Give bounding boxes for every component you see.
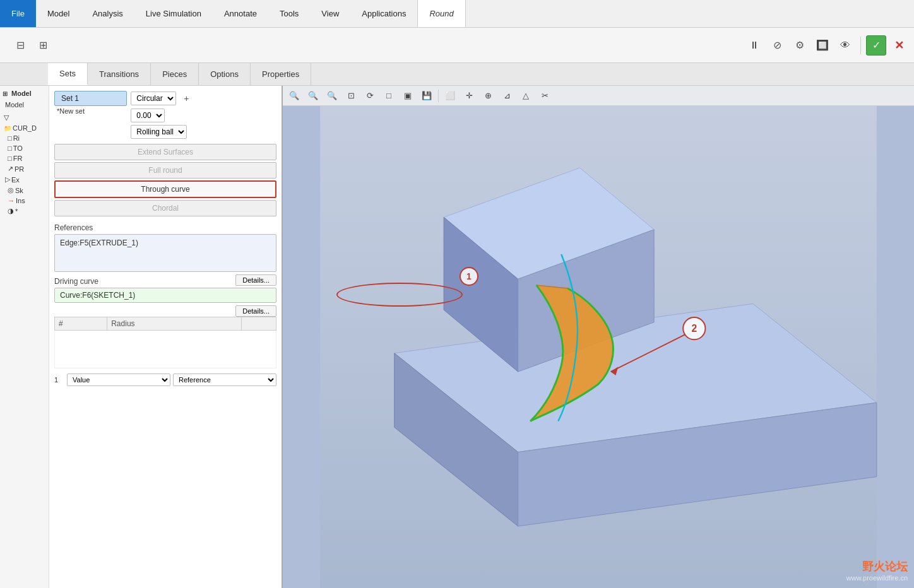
cancel-button[interactable]: ✕	[889, 35, 909, 56]
main-layout: ⊞ Model Model ▽ 📁 CUR_D □Ri □TO □FR ↗PR	[0, 86, 914, 588]
viewport-toolbar: 🔍 🔍 🔍 ⊡ ⟳ □ ▣ 💾 ⬜ ✛ ⊕ ⊿ △ ✂	[283, 86, 914, 106]
tree-item-ri[interactable]: □Ri	[3, 133, 46, 143]
col-hash: #	[55, 317, 107, 331]
chordal-button[interactable]: Chordal	[54, 200, 276, 216]
rolling-ball-select[interactable]: Rolling ball	[131, 125, 187, 139]
tab-transitions[interactable]: Transitions	[88, 63, 151, 85]
vp-saved-orient[interactable]: ⊡	[342, 88, 360, 104]
vp-sep1	[438, 90, 439, 102]
pause-button[interactable]: ⏸	[744, 35, 764, 56]
watermark: 野火论坛 www.proewildfire.cn	[846, 559, 908, 582]
tree-item-star[interactable]: ◑*	[3, 206, 46, 216]
confirm-button[interactable]: ✓	[866, 35, 886, 56]
vp-zoom-fit[interactable]: 🔍	[285, 88, 303, 104]
menu-annotate[interactable]: Annotate	[213, 0, 268, 27]
toolbar-separator	[860, 37, 861, 54]
bottom-row: 1 Value Reference	[54, 373, 276, 386]
full-round-button[interactable]: Full round	[54, 162, 276, 179]
panel-inner: Set 1 *New set Circular + 0.00	[49, 86, 282, 391]
toolbar-icon1[interactable]: ⊟	[10, 35, 30, 56]
tab-properties[interactable]: Properties	[251, 63, 311, 85]
model-subtitle: Model	[3, 100, 46, 110]
vp-section[interactable]: ✂	[536, 88, 554, 104]
viewport: 🔍 🔍 🔍 ⊡ ⟳ □ ▣ 💾 ⬜ ✛ ⊕ ⊿ △ ✂	[283, 86, 914, 588]
value-dropdown-row: 0.00	[131, 109, 276, 122]
tool2-button[interactable]: 🔲	[812, 35, 833, 56]
references-label: References	[54, 223, 276, 232]
toolbar: ⊟ ⊞ ⏸ ⊘ ⚙ 🔲 👁 ✓ ✕	[0, 28, 914, 63]
vp-spin[interactable]: ⟳	[361, 88, 379, 104]
toolbar-icon2[interactable]: ⊞	[33, 35, 53, 56]
driving-curve-details-button[interactable]: Details...	[235, 305, 276, 317]
model-tree-title: Model	[9, 88, 34, 98]
driving-curve-box[interactable]: Curve:F6(SKETCH_1)	[54, 288, 276, 303]
menu-round-tab[interactable]: Round	[417, 0, 465, 27]
tree-item-filter[interactable]: ▽	[3, 112, 46, 123]
menu-bar: File Model Analysis Live Simulation Anno…	[0, 0, 914, 28]
circular-select[interactable]: Circular	[131, 91, 176, 105]
add-set-button[interactable]: +	[179, 91, 194, 106]
tree-item-pr[interactable]: ↗PR	[3, 163, 46, 174]
vp-anno[interactable]: △	[517, 88, 535, 104]
panel: Set 1 *New set Circular + 0.00	[49, 86, 283, 588]
circular-dropdown-row: Circular +	[131, 91, 276, 106]
vp-datum1[interactable]: ⬜	[441, 88, 459, 104]
radius-table: # Radius	[54, 317, 276, 368]
extend-surfaces-button[interactable]: Extend Surfaces	[54, 144, 276, 160]
tree-item-fr[interactable]: □FR	[3, 153, 46, 163]
rolling-ball-dropdown-row: Rolling ball	[131, 125, 276, 139]
vp-zoom-in[interactable]: 🔍	[323, 88, 341, 104]
col-radius: Radius	[107, 317, 242, 331]
references-details-button[interactable]: Details...	[235, 274, 276, 286]
through-curve-button[interactable]: Through curve	[54, 180, 276, 198]
model-tree: ⊞ Model Model ▽ 📁 CUR_D □Ri □TO □FR ↗PR	[0, 86, 49, 588]
tree-item-sk[interactable]: ◎Sk	[3, 185, 46, 196]
menu-view[interactable]: View	[310, 0, 350, 27]
stop-button[interactable]: ⊘	[767, 35, 787, 56]
tree-item-ex[interactable]: ▷Ex	[3, 174, 46, 185]
circle-1: 1	[460, 267, 478, 286]
vp-datum3[interactable]: ⊕	[479, 88, 497, 104]
tab-bar: Sets Transitions Pieces Options Properti…	[0, 63, 914, 86]
toolbar-right: ⏸ ⊘ ⚙ 🔲 👁 ✓ ✕	[744, 35, 909, 56]
menu-analysis[interactable]: Analysis	[81, 0, 134, 27]
set-row: Set 1 *New set Circular + 0.00	[54, 91, 276, 141]
bottom-reference-select[interactable]: Reference	[173, 373, 276, 386]
vp-display-style[interactable]: □	[380, 88, 398, 104]
tab-sets[interactable]: Sets	[48, 63, 88, 85]
tree-item-to[interactable]: □TO	[3, 143, 46, 153]
set-box[interactable]: Set 1	[54, 91, 127, 106]
vp-datum2[interactable]: ✛	[460, 88, 478, 104]
col-extra	[242, 317, 276, 331]
references-box[interactable]: Edge:F5(EXTRUDE_1)	[54, 234, 276, 272]
tool1-button[interactable]: ⚙	[790, 35, 810, 56]
toolbar-left: ⊟ ⊞	[5, 35, 58, 56]
tab-pieces[interactable]: Pieces	[151, 63, 199, 85]
svg-text:2: 2	[691, 323, 697, 334]
watermark-logo: 野火论坛	[846, 559, 908, 574]
menu-file[interactable]: File	[0, 0, 36, 27]
menu-model[interactable]: Model	[36, 0, 81, 27]
bottom-value-select[interactable]: Value	[67, 373, 170, 386]
vp-save-view[interactable]: 💾	[418, 88, 436, 104]
watermark-site: www.proewildfire.cn	[846, 574, 908, 582]
radius-row-empty	[55, 331, 276, 368]
tree-item-cur[interactable]: 📁 CUR_D	[3, 123, 46, 133]
tree-item-ins[interactable]: →Ins	[3, 196, 46, 206]
set-new-label: *New set	[54, 106, 127, 116]
vp-display-style2[interactable]: ▣	[399, 88, 417, 104]
menu-live-simulation[interactable]: Live Simulation	[134, 0, 213, 27]
tool3-button[interactable]: 👁	[835, 35, 855, 56]
vp-zoom-out[interactable]: 🔍	[304, 88, 322, 104]
vp-datum4[interactable]: ⊿	[498, 88, 516, 104]
menu-applications[interactable]: Applications	[350, 0, 417, 27]
scene-3d: 2 1	[283, 106, 914, 588]
menu-tools[interactable]: Tools	[268, 0, 310, 27]
tab-options[interactable]: Options	[199, 63, 251, 85]
value-select[interactable]: 0.00	[131, 109, 165, 122]
bottom-num: 1	[54, 376, 64, 384]
